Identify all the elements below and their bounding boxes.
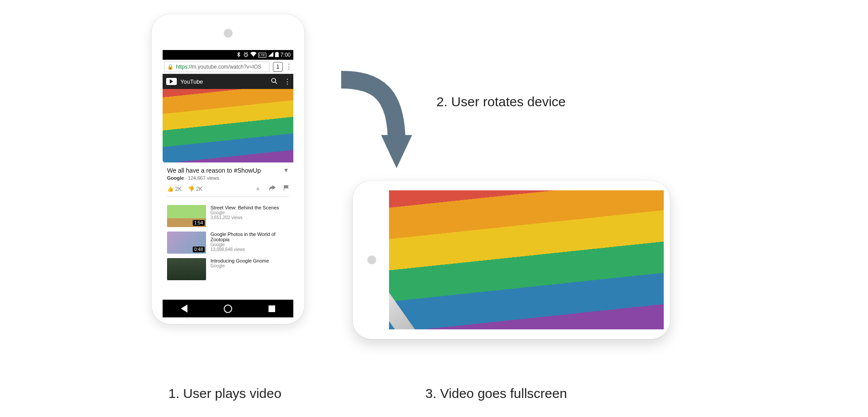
android-nav-bar	[163, 300, 293, 317]
youtube-top-bar: YouTube ⋮	[163, 74, 293, 89]
home-icon[interactable]	[224, 305, 232, 313]
list-item[interactable]: Introducing Google Gnome Google	[167, 258, 289, 280]
browser-toolbar: 🔒 https:// m.youtube.com/watch?v=IOS 1 ⋮	[163, 60, 293, 74]
share-icon[interactable]	[269, 185, 276, 193]
suggested-views: 3,651,202 views	[210, 215, 279, 220]
back-icon[interactable]	[181, 305, 187, 313]
caption-step-3: 3. Video goes fullscreen	[425, 386, 567, 401]
thumb-down-icon: 👎	[188, 186, 195, 192]
phone-landscape	[353, 181, 670, 339]
url-scheme: https://	[176, 64, 192, 70]
suggested-title: Google Photos in the World of Zootopia	[210, 232, 289, 242]
svg-point-3	[272, 78, 276, 82]
battery-icon	[275, 52, 279, 58]
signal-icon	[268, 52, 273, 58]
youtube-brand: YouTube	[180, 78, 203, 85]
phone-earpiece	[224, 29, 233, 38]
suggested-channel: Google	[210, 242, 289, 247]
divider	[167, 197, 289, 197]
duration-badge: 0:48	[193, 247, 205, 252]
url-bar[interactable]: 🔒 https:// m.youtube.com/watch?v=IOS	[164, 62, 269, 72]
url-path: m.youtube.com/watch?v=IOS	[192, 64, 261, 70]
thumbnail: 1:54	[167, 205, 206, 227]
add-to-icon[interactable]: ＋	[255, 185, 261, 193]
status-time: 7:00	[280, 52, 291, 58]
search-icon[interactable]	[271, 77, 278, 86]
phone-portrait: LTE 7:00 🔒 https:// m.youtube.com/watch?…	[152, 14, 304, 324]
suggested-views: 13,098,648 views	[210, 247, 289, 252]
suggested-list: 1:54 Street View: Behind the Scenes Goog…	[163, 201, 293, 280]
suggested-channel: Google	[210, 263, 269, 268]
dislike-button[interactable]: 👎 2K	[188, 186, 202, 192]
flag-icon[interactable]	[284, 185, 289, 193]
video-metadata: We all have a reason to #ShowUp ▼ Google…	[163, 162, 293, 201]
lock-icon: 🔒	[165, 64, 176, 70]
list-item[interactable]: 1:54 Street View: Behind the Scenes Goog…	[167, 205, 289, 227]
svg-rect-2	[276, 52, 277, 53]
channel-name[interactable]: Google	[167, 175, 184, 181]
suggested-title: Introducing Google Gnome	[210, 258, 269, 263]
thumbnail: 0:48	[167, 232, 206, 254]
tab-switcher[interactable]: 1	[273, 62, 283, 72]
browser-menu-icon[interactable]: ⋮	[284, 62, 293, 71]
alarm-icon	[243, 52, 249, 58]
lte-label: LTE	[258, 53, 266, 58]
phone-screen: LTE 7:00 🔒 https:// m.youtube.com/watch?…	[163, 50, 293, 317]
thumb-up-icon: 👍	[167, 186, 174, 192]
caption-step-1: 1. User plays video	[168, 386, 281, 401]
youtube-logo-icon[interactable]	[166, 78, 177, 85]
caption-step-2: 2. User rotates device	[436, 94, 566, 109]
list-item[interactable]: 0:48 Google Photos in the World of Zooto…	[167, 232, 289, 254]
wifi-icon	[250, 52, 257, 58]
android-status-bar: LTE 7:00	[163, 50, 293, 60]
duration-badge: 1:54	[193, 220, 205, 226]
view-count: · 124,667 views	[185, 175, 219, 181]
bluetooth-icon	[237, 52, 241, 58]
svg-rect-1	[275, 52, 279, 57]
phone-earpiece	[367, 255, 376, 264]
like-count: 2K	[175, 186, 182, 192]
youtube-menu-icon[interactable]: ⋮	[284, 77, 290, 86]
video-player[interactable]	[163, 89, 293, 162]
like-button[interactable]: 👍 2K	[167, 186, 182, 192]
fullscreen-video[interactable]	[389, 190, 664, 329]
thumbnail	[167, 258, 206, 280]
suggested-channel: Google	[210, 210, 279, 215]
suggested-title: Street View: Behind the Scenes	[210, 205, 279, 210]
rotate-arrow-icon	[337, 69, 421, 175]
recents-icon[interactable]	[269, 305, 275, 312]
video-title: We all have a reason to #ShowUp	[167, 167, 289, 174]
chevron-down-icon[interactable]: ▼	[283, 167, 289, 174]
dislike-count: 2K	[196, 186, 202, 192]
